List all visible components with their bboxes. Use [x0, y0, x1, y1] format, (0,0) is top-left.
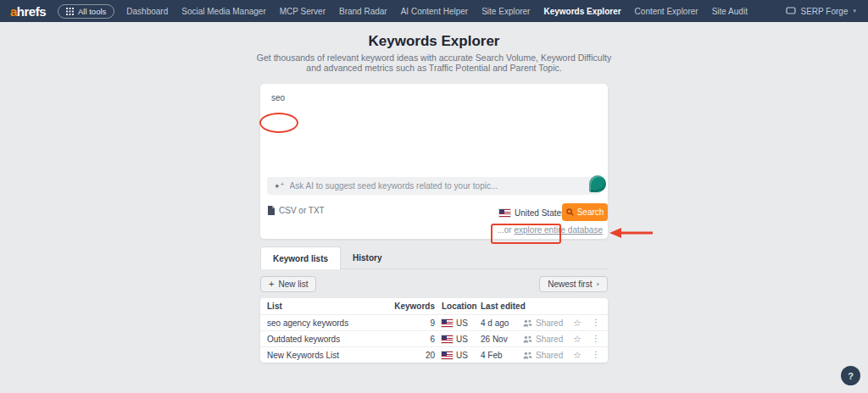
csv-upload-button[interactable]: CSV or TXT: [267, 206, 325, 215]
shared-badge[interactable]: Shared: [523, 318, 564, 328]
page-title: Keywords Explorer: [0, 32, 868, 50]
search-button[interactable]: Search: [562, 203, 608, 221]
row-menu-icon[interactable]: ⋮: [591, 351, 601, 359]
file-icon: [267, 206, 275, 215]
list-name[interactable]: Outdated keywords: [267, 335, 381, 344]
tab-history[interactable]: History: [341, 246, 393, 268]
people-icon: [523, 319, 532, 327]
keyword-lists-table: List Keywords Location Last edited seo a…: [260, 298, 608, 363]
header-list: List: [267, 302, 381, 311]
row-menu-icon[interactable]: ⋮: [591, 335, 601, 343]
nav-item-site-audit[interactable]: Site Audit: [712, 7, 748, 16]
page-subtitle: Get thousands of relevant keyword ideas …: [252, 53, 616, 73]
nav-item-keywords-explorer[interactable]: Keywords Explorer: [543, 7, 620, 16]
main-nav: Dashboard Social Media Manager MCP Serve…: [126, 7, 748, 16]
nav-item-site-explorer[interactable]: Site Explorer: [481, 7, 530, 16]
plus-icon: +: [269, 280, 274, 289]
list-name[interactable]: New Keywords List: [267, 351, 381, 360]
people-icon: [523, 335, 532, 343]
location-code: US: [456, 318, 468, 328]
last-edited: 4 d ago: [481, 318, 516, 328]
explore-database-link[interactable]: explore entire database: [514, 225, 603, 235]
search-icon: [566, 208, 574, 216]
search-button-label: Search: [577, 208, 604, 217]
lists-tabs: Keyword lists History: [260, 247, 608, 269]
app-viewport: ahrefs All tools Dashboard Social Med: [0, 0, 868, 393]
location-code: US: [456, 335, 468, 344]
logo-accent-letter: a: [10, 4, 17, 19]
explore-prefix: ...or: [497, 225, 514, 235]
top-navbar: ahrefs All tools Dashboard Social Med: [0, 0, 868, 22]
nav-item-dashboard[interactable]: Dashboard: [126, 7, 168, 16]
nav-item-content-explorer[interactable]: Content Explorer: [635, 7, 698, 16]
ahrefs-logo[interactable]: ahrefs: [10, 4, 46, 19]
account-menu[interactable]: SERP Forge ▾: [786, 7, 856, 16]
keywords-count: 6: [387, 335, 435, 344]
table-header-row: List Keywords Location Last edited: [260, 298, 608, 314]
ai-sparkle-icon: ✦+: [274, 181, 285, 191]
nav-item-mcp-server[interactable]: MCP Server: [280, 7, 326, 16]
favorite-star-icon[interactable]: ☆: [570, 351, 584, 360]
nav-item-ai-content-helper[interactable]: AI Content Helper: [401, 7, 469, 16]
favorite-star-icon[interactable]: ☆: [570, 335, 584, 344]
table-row[interactable]: New Keywords List 20 US 4 Feb Shared ☆ ⋮: [260, 346, 608, 363]
chevron-down-icon: ▾: [596, 281, 599, 288]
new-list-button[interactable]: + New list: [260, 276, 316, 292]
chat-widget-icon[interactable]: [589, 175, 606, 192]
header-location: Location: [442, 302, 474, 311]
table-row[interactable]: Outdated keywords 6 US 26 Nov Shared ☆ ⋮: [260, 330, 608, 346]
chevron-down-icon: ▾: [853, 8, 856, 14]
lists-toolbar: + New list Newest first ▾: [260, 276, 608, 292]
table-row[interactable]: seo agency keywords 9 US 4 d ago Shared …: [260, 314, 608, 330]
header-last-edited: Last edited: [481, 302, 516, 311]
nav-item-brand-radar[interactable]: Brand Radar: [339, 7, 387, 16]
ai-input-placeholder: Ask AI to suggest seed keywords related …: [290, 181, 582, 191]
annotation-arrow-search-button: [609, 226, 656, 240]
logo-rest: hrefs: [17, 4, 46, 19]
keyword-input-panel[interactable]: seo ✦+ Ask AI to suggest seed keywords r…: [260, 84, 608, 239]
tab-keyword-lists[interactable]: Keyword lists: [260, 246, 341, 269]
row-menu-icon[interactable]: ⋮: [591, 318, 601, 327]
shared-badge[interactable]: Shared: [523, 335, 564, 344]
new-list-label: New list: [278, 280, 308, 289]
nav-item-social-media-manager[interactable]: Social Media Manager: [181, 7, 266, 16]
last-edited: 4 Feb: [481, 351, 516, 360]
us-flag-icon: [442, 351, 453, 359]
us-flag-icon: [442, 319, 453, 327]
us-flag-icon: [442, 335, 453, 343]
explore-database-line: ...or explore entire database: [497, 225, 603, 235]
people-icon: [523, 351, 532, 359]
all-tools-button[interactable]: All tools: [58, 4, 114, 19]
workspace-icon: [786, 7, 796, 15]
ai-suggest-input[interactable]: ✦+ Ask AI to suggest seed keywords relat…: [267, 177, 601, 195]
keywords-count: 9: [387, 318, 435, 328]
account-name: SERP Forge: [801, 7, 849, 16]
help-button[interactable]: ?: [841, 366, 860, 385]
shared-badge[interactable]: Shared: [523, 351, 564, 360]
us-flag-icon: [499, 209, 510, 217]
all-tools-label: All tools: [78, 7, 106, 16]
hero-section: Keywords Explorer Get thousands of relev…: [0, 32, 868, 73]
sort-dropdown[interactable]: Newest first ▾: [539, 276, 608, 292]
header-keywords: Keywords: [387, 302, 435, 311]
grid-icon: [66, 8, 74, 15]
csv-label: CSV or TXT: [279, 206, 325, 215]
country-label: United States: [515, 208, 565, 218]
seed-keyword-text: seo: [271, 93, 285, 102]
keywords-count: 20: [387, 351, 435, 360]
favorite-star-icon[interactable]: ☆: [570, 318, 584, 328]
last-edited: 26 Nov: [481, 335, 516, 344]
list-name[interactable]: seo agency keywords: [267, 318, 381, 328]
sort-label: Newest first: [548, 280, 592, 289]
location-code: US: [456, 351, 468, 360]
